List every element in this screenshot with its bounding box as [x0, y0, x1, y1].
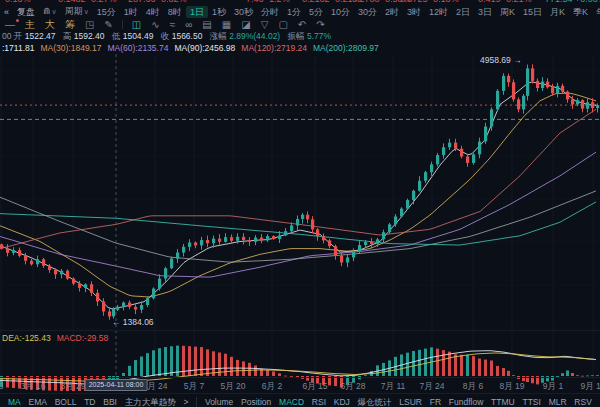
wave-tool-icon[interactable]: ∿: [146, 19, 164, 31]
period-button-15日[interactable]: 15日: [519, 6, 546, 18]
macd-hist-bar: [454, 354, 457, 376]
date-tick: 6月 15: [302, 381, 327, 393]
macd-hist-bar: [176, 346, 179, 376]
period-button-1分[interactable]: 1分: [283, 6, 305, 18]
candle-body: [84, 284, 87, 288]
indicator-tab-LSUR[interactable]: LSUR: [399, 397, 422, 407]
pencil-icon[interactable]: ✎: [99, 19, 117, 31]
period-button-2日[interactable]: 2日: [452, 6, 474, 18]
copy-layout-icon[interactable]: ◫: [127, 19, 146, 31]
macd-hist-bar: [188, 346, 191, 376]
period-button-周K[interactable]: 周K: [496, 6, 519, 18]
chevron-down-icon: ∨: [52, 8, 57, 15]
freehand-tool-icon[interactable]: ≈: [165, 19, 181, 31]
period-menu-dropdown[interactable]: 周期∨: [61, 5, 93, 18]
period-button-月K[interactable]: 月K: [546, 6, 569, 18]
period-button-4时[interactable]: 4时: [142, 6, 164, 18]
candle-body: [66, 271, 69, 279]
indicator-tab-MACD[interactable]: MACD: [279, 397, 304, 407]
period-button-8时[interactable]: 8时: [164, 6, 186, 18]
indicator-tab-BOLL[interactable]: BOLL: [55, 397, 77, 407]
ticker-fragment: 0.1482 -0.27%: [58, 0, 117, 4]
trend-line-tool[interactable]: —: [0, 19, 20, 31]
indicator-tab-RSI[interactable]: RSI: [312, 397, 326, 407]
period-button-12时[interactable]: 12时: [425, 6, 452, 18]
undo-icon[interactable]: ↶: [293, 19, 311, 31]
indicator-tab-TD[interactable]: TD: [84, 397, 95, 407]
indicator-tab-FR[interactable]: FR: [430, 397, 441, 407]
change-value: 2.89%(44.02): [229, 31, 280, 41]
candle-body: [316, 229, 319, 236]
period-button-15分[interactable]: 15分: [93, 6, 120, 18]
indicator-tab-TTSI[interactable]: TTSI: [522, 397, 540, 407]
period-button-30秒[interactable]: 30秒: [230, 6, 257, 18]
macd-hist-bar: [442, 350, 445, 376]
chevron-down-icon: ∨: [84, 8, 89, 15]
indicator-tab-爆仓统计[interactable]: 爆仓统计: [358, 397, 392, 407]
candle-body: [596, 105, 599, 108]
period-button-1时[interactable]: 1时: [120, 6, 142, 18]
indicator-tab-EMA[interactable]: EMA: [29, 397, 47, 407]
filter-icon[interactable]: ▽: [256, 19, 274, 31]
candle-body: [512, 82, 515, 99]
candle-body: [541, 82, 544, 88]
candle-body: [571, 99, 574, 104]
indicator-tab-KDJ[interactable]: KDJ: [334, 397, 350, 407]
ma-legend-item: MA(120):2719.24: [241, 43, 307, 53]
clipboard-icon[interactable]: ▤: [197, 19, 216, 31]
candle-body: [272, 236, 275, 239]
period-button-1秒[interactable]: 1秒: [208, 6, 230, 18]
period-button-季K[interactable]: 季K: [569, 6, 592, 18]
candle-body: [430, 164, 433, 172]
period-button-5分[interactable]: 5分: [305, 6, 327, 18]
period-button-2时[interactable]: 2时: [381, 6, 403, 18]
period-button-1日[interactable]: 1日: [186, 6, 208, 18]
macd-hist-bar: [571, 373, 574, 376]
candle-body: [496, 91, 499, 110]
frame-annotate-icon[interactable]: ◳: [80, 19, 99, 31]
macd-hist-bar: [248, 363, 251, 376]
chart-style-dropdown[interactable]: ⋒∨: [39, 5, 61, 18]
main-indicator-button[interactable]: 主: [20, 19, 40, 31]
indicator-tab-MA[interactable]: MA: [8, 397, 21, 407]
pane-divider: [0, 330, 600, 331]
indicator-tab-Fundflow[interactable]: Fundflow: [449, 397, 484, 407]
template-icon[interactable]: ▦: [217, 19, 236, 31]
candle-body: [472, 154, 475, 163]
period-button-10分[interactable]: 10分: [327, 6, 354, 18]
candle-body: [364, 242, 367, 245]
macd-hist-bar: [254, 366, 257, 376]
indicator-tab->[interactable]: >: [183, 397, 188, 407]
macd-hist-bar: [496, 366, 499, 376]
macd-hist-bar: [266, 370, 269, 376]
chips-button[interactable]: 筹: [60, 19, 80, 31]
redo-icon[interactable]: ↷: [311, 19, 329, 31]
indicator-tab-Position[interactable]: Position: [241, 397, 271, 407]
eraser-icon[interactable]: ◪: [236, 19, 255, 31]
indicator-tab-TTMU[interactable]: TTMU: [491, 397, 515, 407]
indicator-tab-主力大单趋势[interactable]: 主力大单趋势: [125, 397, 176, 407]
macd-hist-bar: [448, 352, 451, 376]
large-text-button[interactable]: 大: [40, 19, 60, 31]
trash-icon[interactable]: ▢: [273, 19, 292, 31]
indicator-tab-Volume[interactable]: Volume: [205, 397, 233, 407]
period-button-3日[interactable]: 3日: [474, 6, 496, 18]
indicator-tab-MLR[interactable]: MLR: [549, 397, 567, 407]
amplitude-value: 5.77%: [307, 31, 331, 41]
macd-hist-bar: [278, 373, 281, 376]
indicator-tab-BBI[interactable]: BBI: [103, 397, 117, 407]
indicator-tab-RSV[interactable]: RSV: [574, 397, 591, 407]
candle-body: [254, 238, 257, 242]
replay-button[interactable]: 复盘: [13, 6, 39, 18]
period-button-年K[interactable]: 年K: [592, 6, 600, 18]
period-button-分时[interactable]: 分时: [257, 6, 283, 18]
tabs-divider: [196, 397, 197, 407]
collapse-icon[interactable]: «: [0, 6, 13, 18]
candle-body: [248, 240, 251, 242]
candle-body: [164, 268, 167, 278]
period-button-3时[interactable]: 3时: [403, 6, 425, 18]
candle-body: [146, 298, 149, 305]
compare-icon[interactable]: ∞: [180, 19, 197, 31]
open-label: 开: [14, 31, 23, 41]
period-button-30分[interactable]: 30分: [354, 6, 381, 18]
